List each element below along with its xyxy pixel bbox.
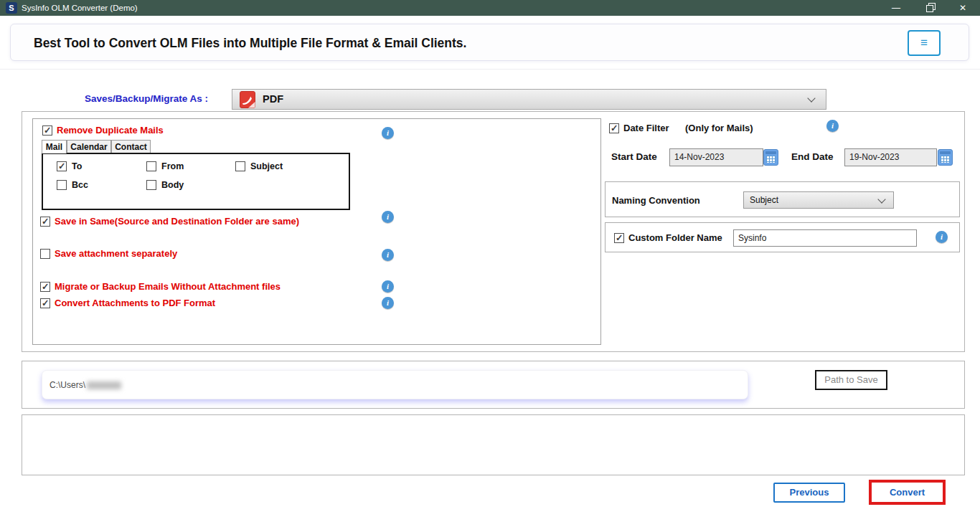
info-icon-save-in-same[interactable]: i xyxy=(382,211,394,223)
banner: Best Tool to Convert OLM Files into Mult… xyxy=(10,24,969,61)
date-filter-note: (Only for Mails) xyxy=(685,123,753,133)
info-icon-convert-attachments-pdf[interactable]: i xyxy=(382,297,394,309)
info-icon-migrate-without-attachments[interactable]: i xyxy=(382,280,394,293)
banner-heading: Best Tool to Convert OLM Files into Mult… xyxy=(34,24,466,62)
tab-calendar[interactable]: Calendar xyxy=(67,140,111,153)
chevron-down-icon xyxy=(807,94,815,102)
minimize-button[interactable]: — xyxy=(880,0,913,16)
path-to-save-button[interactable]: Path to Save xyxy=(815,370,887,390)
hamburger-icon: ≡ xyxy=(920,36,928,49)
date-filter-label: Date Filter xyxy=(623,123,669,133)
criteria-from-checkbox[interactable] xyxy=(146,161,156,171)
criteria-subject-checkbox[interactable] xyxy=(235,161,245,171)
app-window: S SysInfo OLM Converter (Demo) — ✕ Best … xyxy=(0,0,980,522)
destination-section: C:\Users\ Path to Save xyxy=(22,361,965,409)
previous-button[interactable]: Previous xyxy=(773,483,845,503)
duplicate-criteria-box: To From Subject Bcc Body xyxy=(42,153,350,210)
custom-folder-input[interactable] xyxy=(733,229,917,247)
minimize-icon: — xyxy=(892,3,900,13)
chevron-down-icon xyxy=(877,195,885,203)
header-strip: Best Tool to Convert OLM Files into Mult… xyxy=(0,16,980,70)
convert-attachments-pdf-label: Convert Attachments to PDF Format xyxy=(55,298,215,308)
info-icon-custom-folder[interactable]: i xyxy=(936,231,948,243)
date-filter-checkbox[interactable] xyxy=(609,123,619,133)
end-date-label: End Date xyxy=(791,151,834,162)
criteria-to-checkbox[interactable] xyxy=(57,161,67,171)
mail-options-panel: Remove Duplicate Mails i Mail Calendar C… xyxy=(32,118,601,345)
naming-convention-box: Naming Convention Subject xyxy=(605,181,960,217)
save-in-same-checkbox[interactable] xyxy=(40,217,50,227)
info-icon-date-filter[interactable]: i xyxy=(826,120,839,132)
migrate-without-attachments-label: Migrate or Backup Emails Without Attachm… xyxy=(55,281,281,292)
tab-contact[interactable]: Contact xyxy=(111,140,151,153)
convert-attachments-pdf-checkbox[interactable] xyxy=(40,298,50,308)
custom-folder-checkbox[interactable] xyxy=(614,233,624,243)
window-title: SysInfo OLM Converter (Demo) xyxy=(22,0,138,16)
custom-folder-box: Custom Folder Name i xyxy=(605,222,960,252)
naming-convention-dropdown[interactable]: Subject xyxy=(743,191,894,209)
menu-button[interactable]: ≡ xyxy=(908,30,941,56)
end-date-field[interactable]: 19-Nov-2023 xyxy=(844,148,937,166)
remove-duplicate-mails-checkbox[interactable] xyxy=(42,125,52,136)
format-selected-value: PDF xyxy=(263,90,283,109)
titlebar: S SysInfo OLM Converter (Demo) — ✕ xyxy=(0,0,980,16)
criteria-body-checkbox[interactable] xyxy=(146,180,156,190)
info-icon-save-attachment[interactable]: i xyxy=(382,249,394,261)
format-label: Saves/Backup/Migrate As : xyxy=(43,93,208,104)
naming-convention-label: Naming Convention xyxy=(612,195,700,206)
maximize-button[interactable] xyxy=(913,0,946,16)
destination-path-field[interactable]: C:\Users\ xyxy=(42,370,748,399)
status-log-box xyxy=(22,414,965,475)
criteria-subject-label: Subject xyxy=(250,161,283,171)
remove-duplicate-mails-label: Remove Duplicate Mails xyxy=(57,125,164,136)
criteria-bcc-label: Bcc xyxy=(72,180,88,190)
start-date-label: Start Date xyxy=(611,151,657,162)
start-date-field[interactable]: 14-Nov-2023 xyxy=(669,148,763,166)
start-date-calendar-icon[interactable] xyxy=(763,149,778,166)
pdf-file-icon xyxy=(240,91,255,108)
save-attachment-checkbox[interactable] xyxy=(40,249,50,259)
criteria-to-label: To xyxy=(72,161,82,171)
app-logo-icon: S xyxy=(6,2,17,14)
end-date-calendar-icon[interactable] xyxy=(938,149,953,166)
format-dropdown[interactable]: PDF xyxy=(232,89,826,110)
info-icon-remove-duplicate[interactable]: i xyxy=(382,127,394,139)
save-attachment-label: Save attachment separately xyxy=(55,248,177,259)
restore-icon xyxy=(926,5,932,11)
redacted-username xyxy=(87,381,121,389)
close-button[interactable]: ✕ xyxy=(946,0,980,16)
criteria-from-label: From xyxy=(161,161,184,171)
naming-convention-value: Subject xyxy=(750,192,778,208)
tab-mail[interactable]: Mail xyxy=(42,140,67,153)
save-in-same-label: Save in Same(Source and Destination Fold… xyxy=(55,216,299,227)
criteria-bcc-checkbox[interactable] xyxy=(57,180,67,190)
migrate-without-attachments-checkbox[interactable] xyxy=(40,282,50,292)
criteria-body-label: Body xyxy=(161,180,184,190)
custom-folder-label: Custom Folder Name xyxy=(628,232,722,243)
close-icon: ✕ xyxy=(959,3,966,13)
convert-button[interactable]: Convert xyxy=(869,480,946,505)
destination-path-text: C:\Users\ xyxy=(50,371,85,400)
